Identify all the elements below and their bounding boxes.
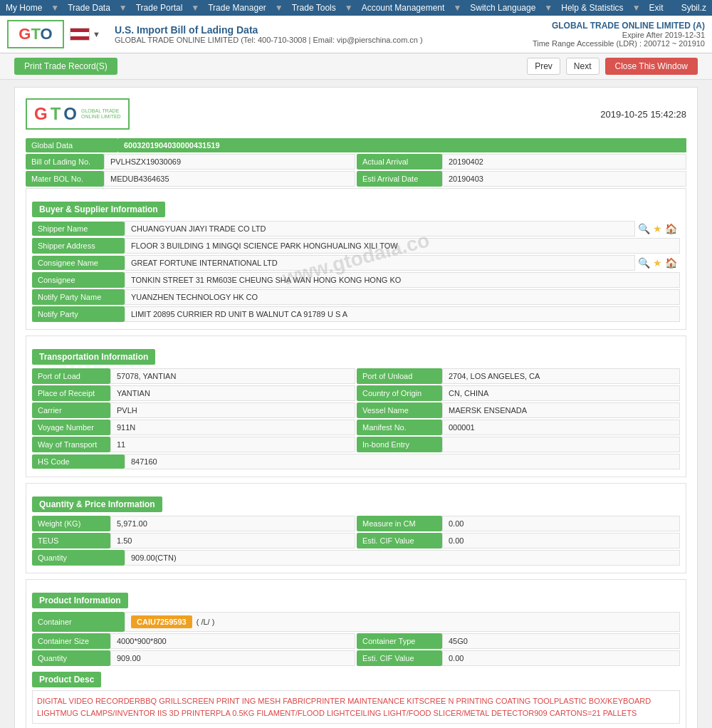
container-badge: CAIU7259593 bbox=[131, 615, 192, 628]
weight-measure-row: Weight (KG) 5,971.00 Measure in CM 0.00 bbox=[32, 516, 680, 531]
top-action-left: Print Trade Record(S) bbox=[14, 58, 117, 75]
weight-value: 5,971.00 bbox=[110, 516, 355, 531]
nav-my-home[interactable]: My Home bbox=[6, 3, 42, 13]
product-header: Product Information bbox=[32, 593, 128, 608]
nav-exit[interactable]: Exit bbox=[649, 3, 664, 13]
quantity-section: Quantity & Price Information Weight (KG)… bbox=[26, 483, 686, 573]
teus-value: 1.50 bbox=[110, 533, 355, 548]
voyage-half: Voyage Number 911N bbox=[32, 420, 355, 435]
product-cif-value: 0.00 bbox=[442, 650, 680, 666]
global-data-label: Global Data bbox=[26, 138, 118, 152]
nav-switch-language[interactable]: Switch Language bbox=[470, 3, 535, 13]
notify-name-label: Notify Party Name bbox=[32, 289, 125, 305]
way-transport-value: 11 bbox=[110, 437, 355, 452]
country-origin-label: Country of Origin bbox=[357, 385, 442, 401]
nav-trade-manager[interactable]: Trade Manager bbox=[208, 3, 266, 13]
container-size-value: 4000*900*800 bbox=[110, 633, 355, 649]
record-logo: G T O GLOBAL TRADEONLINE LIMITED bbox=[26, 98, 130, 130]
transport-section: Transportation Information Port of Load … bbox=[26, 336, 686, 477]
expire-date: Expire After 2019-12-31 bbox=[533, 31, 705, 39]
shipper-home-icon[interactable]: 🏠 bbox=[665, 223, 677, 234]
page-title: U.S. Import Bill of Lading Data bbox=[115, 24, 533, 36]
consignee-search-icon[interactable]: 🔍 bbox=[638, 257, 650, 269]
manifest-value: 000001 bbox=[442, 420, 680, 435]
hs-value: 847160 bbox=[125, 454, 680, 469]
port-load-half: Port of Load 57078, YANTIAN bbox=[32, 368, 355, 384]
measure-value: 0.00 bbox=[442, 516, 680, 531]
inbond-value bbox=[442, 437, 680, 452]
consignee-name-value: GREAT FORTUNE INTERNATIONAL LTD bbox=[125, 255, 635, 271]
container-type-label: Container Type bbox=[357, 633, 442, 649]
nav-trade-tools[interactable]: Trade Tools bbox=[292, 3, 336, 13]
way-transport-half: Way of Transport 11 bbox=[32, 437, 355, 452]
inbond-label: In-bond Entry bbox=[357, 437, 442, 452]
esti-arrival-label: Esti Arrival Date bbox=[357, 171, 442, 187]
shipper-address-label: Shipper Address bbox=[32, 238, 125, 254]
manifest-half: Manifest No. 000001 bbox=[357, 420, 680, 435]
hs-row: HS Code 847160 bbox=[32, 454, 680, 469]
next-top-button[interactable]: Next bbox=[566, 58, 600, 75]
country-origin-value: CN, CHINA bbox=[442, 385, 680, 401]
receipt-half: Place of Receipt YANTIAN bbox=[32, 385, 355, 401]
hs-label: HS Code bbox=[32, 454, 125, 469]
container-type-value: 45G0 bbox=[442, 633, 680, 649]
nav-account-management[interactable]: Account Management bbox=[362, 3, 445, 13]
port-load-label: Port of Load bbox=[32, 368, 110, 384]
buyer-supplier-section: Buyer & Supplier Information www.gtodaia… bbox=[26, 188, 686, 330]
carrier-half: Carrier PVLH bbox=[32, 402, 355, 418]
prev-top-button[interactable]: Prev bbox=[527, 58, 560, 75]
shipper-star-icon[interactable]: ★ bbox=[653, 223, 662, 234]
nav-trade-portal[interactable]: Trade Portal bbox=[136, 3, 183, 13]
shipper-name-label: Shipper Name bbox=[32, 222, 125, 236]
contact-info: GLOBAL TRADE ONLINE LIMITED (Tel: 400-71… bbox=[115, 36, 533, 44]
bol-arrival-row: Bill of Lading No. PVLHSZX19030069 Actua… bbox=[26, 154, 686, 170]
voyage-manifest-row: Voyage Number 911N Manifest No. 000001 bbox=[32, 420, 680, 435]
consignee-star-icon[interactable]: ★ bbox=[653, 257, 662, 269]
way-transport-label: Way of Transport bbox=[32, 437, 110, 452]
consignee-home-icon[interactable]: 🏠 bbox=[665, 257, 677, 269]
nav-links: My Home ▼ Trade Data ▼ Trade Portal ▼ Tr… bbox=[6, 3, 664, 13]
us-flag bbox=[70, 28, 90, 41]
bol-label: Bill of Lading No. bbox=[26, 154, 104, 170]
consignee-name-label: Consignee Name bbox=[32, 256, 125, 270]
flag-area: ▼ bbox=[70, 28, 100, 41]
weight-label: Weight (KG) bbox=[32, 516, 110, 531]
esti-cif-label: Esti. CIF Value bbox=[357, 533, 442, 548]
carrier-label: Carrier bbox=[32, 402, 110, 418]
top-action-bar: Print Trade Record(S) Prev Next Close Th… bbox=[0, 53, 712, 80]
vessel-value: MAERSK ENSENADA bbox=[442, 402, 680, 418]
container-row: Container CAIU7259593 ( /L/ ) bbox=[32, 612, 680, 632]
notify-party-row: Notify Party LIMIT 20895 CURRIER RD UNIT… bbox=[32, 306, 680, 322]
title-area: U.S. Import Bill of Lading Data GLOBAL T… bbox=[115, 24, 533, 44]
teus-cif-row: TEUS 1.50 Esti. CIF Value 0.00 bbox=[32, 533, 680, 548]
close-top-button[interactable]: Close This Window bbox=[605, 58, 698, 75]
container-type-row: Container Size 4000*900*800 Container Ty… bbox=[32, 633, 680, 649]
transport-inbond-row: Way of Transport 11 In-bond Entry bbox=[32, 437, 680, 452]
quantity-label: Quantity bbox=[32, 550, 125, 566]
teus-half: TEUS 1.50 bbox=[32, 533, 355, 548]
receipt-value: YANTIAN bbox=[110, 385, 355, 401]
container-size-half: Container Size 4000*900*800 bbox=[32, 633, 355, 649]
master-bol-half: Mater BOL No. MEDUB4364635 bbox=[26, 171, 355, 187]
notify-party-value: LIMIT 20895 CURRIER RD UNIT B WALNUT CA … bbox=[125, 306, 680, 322]
teus-label: TEUS bbox=[32, 533, 110, 548]
nav-help[interactable]: Help & Statistics bbox=[561, 3, 623, 13]
shipper-search-icon[interactable]: 🔍 bbox=[638, 223, 650, 234]
quantity-value: 909.00(CTN) bbox=[125, 550, 680, 566]
port-load-value: 57078, YANTIAN bbox=[110, 368, 355, 384]
product-desc-text: DIGITAL VIDEO RECORDERBBQ GRILLSCREEN PR… bbox=[32, 690, 680, 724]
actual-arrival-label: Actual Arrival bbox=[357, 154, 442, 170]
print-top-button[interactable]: Print Trade Record(S) bbox=[14, 58, 117, 75]
time-range: Time Range Accessible (LDR) : 200712 ~ 2… bbox=[533, 39, 705, 48]
esti-cif-value: 0.00 bbox=[442, 533, 680, 548]
esti-arrival-value: 20190403 bbox=[442, 171, 686, 187]
arrival-half: Actual Arrival 20190402 bbox=[357, 154, 686, 170]
nav-trade-data[interactable]: Trade Data bbox=[68, 3, 110, 13]
vessel-half: Vessel Name MAERSK ENSENADA bbox=[357, 402, 680, 418]
port-unload-value: 2704, LOS ANGELES, CA bbox=[442, 368, 680, 384]
port-unload-label: Port of Unload bbox=[357, 368, 442, 384]
shipper-name-value: CHUANGYUAN JIAYI TRADE CO LTD bbox=[125, 221, 635, 236]
product-section: Product Information Container CAIU725959… bbox=[26, 579, 686, 728]
header-bar: GTO ▼ U.S. Import Bill of Lading Data GL… bbox=[0, 16, 712, 53]
carrier-vessel-row: Carrier PVLH Vessel Name MAERSK ENSENADA bbox=[32, 402, 680, 418]
